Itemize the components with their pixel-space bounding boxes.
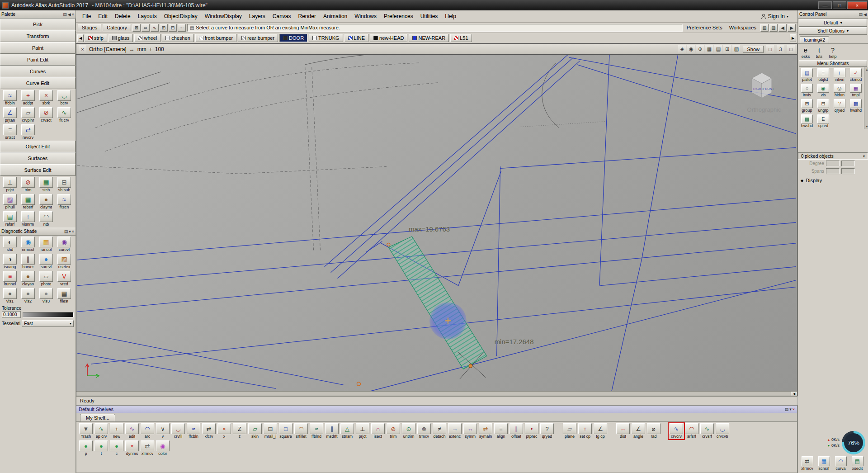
tool-nrmcol[interactable]: ◉nrmcol (19, 236, 37, 252)
tool-mrail-i[interactable]: ⊟mrail_i (263, 423, 278, 439)
tool-clayao[interactable]: ●clayao (19, 271, 37, 287)
pane-count-button[interactable]: 3 (777, 45, 784, 53)
tool-visnrm[interactable]: ↑visnrm (19, 211, 37, 227)
tool-ffblnd[interactable]: ≈ffblnd (309, 423, 324, 439)
layer-trnukg[interactable]: TRNUKG (309, 34, 343, 42)
viewport-canvas[interactable]: max=19.6763 min=17.2648 RIGHT FRONT Orth… (76, 55, 797, 391)
minimize-button[interactable]: — (818, 1, 832, 9)
lock-icon[interactable]: ⊠ (132, 24, 141, 32)
display-section-toggle[interactable]: ◆ Display (798, 175, 868, 186)
workspaces-button[interactable]: Workspaces (726, 25, 759, 30)
layer-glass[interactable]: glass (108, 34, 133, 42)
chevron-down-icon[interactable]: ▾ (863, 154, 865, 158)
snap-curve-icon[interactable]: ∿ (151, 24, 159, 32)
tool-crvsrf[interactable]: ∿crvsrf (699, 423, 715, 439)
tool-vis2[interactable]: ●vis2 (19, 288, 37, 304)
scroll-up-icon[interactable]: ▴ (866, 68, 868, 71)
magnet-icon[interactable]: ⊟ (169, 24, 177, 32)
layer-wheel[interactable]: wheel (134, 34, 160, 42)
view-cube[interactable]: RIGHT FRONT (752, 73, 774, 98)
tab-learning2[interactable]: learning#2 (800, 36, 829, 43)
tool-set-cp[interactable]: +set cp (577, 423, 593, 439)
palette-section-transform[interactable]: Transform (0, 30, 75, 42)
maximize-button[interactable]: □ (833, 1, 846, 9)
tool-crvplnr[interactable]: ▱crvplnr (19, 107, 37, 123)
menu-windowdisplay[interactable]: WindowDisplay (201, 11, 245, 21)
wireframe-mode-icon[interactable]: ▧ (732, 45, 740, 53)
tool-x[interactable]: ×x (217, 423, 232, 439)
tool-fit-crv[interactable]: ∿fit crv (55, 107, 73, 123)
measure-band[interactable] (388, 236, 486, 369)
tool-esks[interactable]: eesks (799, 45, 812, 59)
layer-rear-bumper[interactable]: rear bumper (238, 34, 278, 42)
tolerance-value[interactable]: 0.1000 (2, 311, 21, 318)
tool-srtsct[interactable]: ≡srtsct (1, 124, 19, 140)
menu-animation[interactable]: Animation (320, 11, 351, 21)
tool-usetex[interactable]: ▨usetex (55, 254, 73, 270)
palette-menu-icon[interactable]: ▤ (63, 12, 67, 17)
tool-stnsm[interactable]: △stnsm (340, 423, 355, 439)
layout-b-icon[interactable]: ▨ (769, 24, 778, 32)
stages-button[interactable]: Stages (78, 24, 101, 31)
tool-dist[interactable]: ↔dist (615, 423, 631, 439)
tool-ungrp[interactable]: ⊟ungrp (815, 99, 831, 113)
palette-section-curve-edit[interactable]: Curve Edit (0, 77, 75, 89)
tool-bcrv[interactable]: ◡bcrv (55, 90, 73, 106)
palette-close-icon[interactable]: × (72, 12, 74, 17)
tool-vis[interactable]: ◉vis (815, 84, 831, 98)
tool-symm[interactable]: ↔symm (462, 423, 478, 439)
tool-horver[interactable]: ∥horver (19, 254, 37, 270)
tool-hwshd[interactable]: ▩hwshd (848, 99, 864, 113)
tab-my-shelf[interactable]: My Shelf... (80, 414, 115, 421)
tool-z[interactable]: Zz (232, 423, 247, 439)
tool-plhull[interactable]: ▨plhull (1, 194, 19, 210)
scroll-left-icon[interactable]: ◀ (791, 392, 797, 396)
tool-crvsct[interactable]: ⊘crvsct (37, 107, 55, 123)
tool-trash[interactable]: ▼Trash (78, 423, 94, 439)
tool-isoang[interactable]: ◑isoang (1, 254, 19, 270)
shelf-options-dropdown[interactable]: Shelf Options ▾ (799, 27, 867, 35)
tool-crvfil[interactable]: ◡crvfil (170, 423, 186, 439)
tool-hwshd[interactable]: ▩hwshd (799, 114, 815, 128)
tessellation-dropdown[interactable]: Fast ▾ (22, 320, 74, 327)
tool-help[interactable]: ?help (826, 45, 840, 59)
tool-shd[interactable]: ◐shd (1, 236, 19, 252)
tool-crvcvtr[interactable]: ◡crvcvtr (715, 423, 730, 439)
shelves-menu-icon[interactable]: ▤ (785, 407, 789, 412)
layer-l51[interactable]: L51 (450, 34, 472, 42)
category-button[interactable]: Category (103, 24, 131, 31)
sign-in-button[interactable]: Sign In ▾ (761, 13, 795, 19)
palette-section-curves[interactable]: Curves (0, 66, 75, 77)
tool-square[interactable]: □square (278, 423, 293, 439)
tool-new[interactable]: +new (109, 423, 124, 439)
pane-min-icon[interactable]: □ (766, 45, 774, 53)
tool-fitscn[interactable]: ≈fitscn (55, 194, 73, 210)
tool-trim[interactable]: ⊘trim (19, 177, 37, 193)
show-button[interactable]: Show (743, 46, 764, 53)
menu-windows[interactable]: Windows (351, 11, 380, 21)
diag-close-icon[interactable]: × (72, 229, 74, 234)
menu-canvas[interactable]: Canvas (269, 11, 295, 21)
tool-align[interactable]: ≡align (493, 423, 509, 439)
shelves-down-icon[interactable]: ▾ (789, 407, 792, 412)
tool-cp-ed[interactable]: Ecp ed (815, 114, 831, 128)
zoom-icon[interactable]: ⊕ (696, 45, 704, 53)
palette-section-paint[interactable]: Paint (0, 42, 75, 54)
tool-xfcrv[interactable]: ⇄xfcrv (201, 423, 217, 439)
tool-xfrmcv[interactable]: ⇄xfrmcv (799, 456, 816, 471)
tool-addpt[interactable]: +addpt (19, 90, 37, 106)
tool-color[interactable]: ◉color (155, 440, 170, 456)
palette-collapse-icon[interactable]: ◀ (68, 12, 71, 17)
menu-edit[interactable]: Edit (94, 11, 111, 21)
tool-objlst[interactable]: ≡objlst (815, 68, 831, 82)
layer-scroll-left-icon[interactable]: ◀ (77, 34, 84, 42)
grid-toggle-icon[interactable]: ⊞ (723, 45, 731, 53)
tool-stch[interactable]: ▦stch (37, 177, 55, 193)
tool-photo[interactable]: ▱photo (37, 271, 55, 287)
tool-ckmod[interactable]: ✓ckmod (848, 68, 864, 82)
tool-t[interactable]: ●t (94, 440, 109, 456)
tool-curva[interactable]: ◠curva (832, 456, 849, 471)
degree-input-2[interactable] (841, 161, 855, 166)
menu-layouts[interactable]: Layouts (134, 11, 160, 21)
tool-plane[interactable]: ▱plane (562, 423, 577, 439)
